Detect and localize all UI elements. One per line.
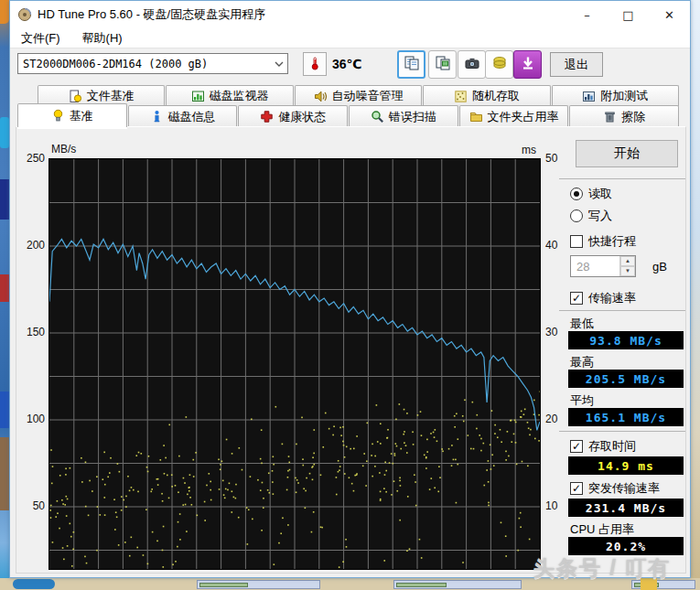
write-radio[interactable]: 写入: [570, 208, 612, 224]
benchmark-icon: [51, 109, 65, 123]
checkbox-icon: [570, 235, 583, 248]
axis-tick-label: 40: [545, 239, 557, 252]
temperature-value: 36℃: [332, 57, 362, 71]
cpu-usage-label: CPU 占用率: [570, 521, 634, 538]
desktop-icon-fragment: [0, 274, 9, 302]
thermometer-icon: [308, 56, 321, 73]
max-value: 205.5 MB/s: [568, 370, 684, 388]
cpu-usage-value: 20.2%: [568, 537, 684, 555]
checkbox-icon: ✓: [570, 292, 583, 305]
benchmark-chart: [48, 158, 541, 570]
tab-aam[interactable]: 自动噪音管理: [295, 85, 422, 106]
desktop-icon-fragment: [0, 392, 9, 428]
toolbar: ST2000DM006-2DM164 (2000 gB) 36℃ 退出: [10, 48, 690, 83]
copy-text-icon: [404, 55, 420, 74]
axis-tick-label: 200: [17, 239, 45, 252]
axis-tick-label: 250: [17, 152, 45, 165]
burst-rate-checkbox[interactable]: ✓ 突发传输速率: [570, 480, 660, 497]
tab-label: 附加测试: [600, 88, 648, 104]
tab-erase[interactable]: 擦除: [569, 105, 679, 127]
desktop-icon-fragment: [0, 0, 9, 24]
health-icon: [260, 110, 274, 123]
title-bar: HD Tune Pro 5.60 - 硬盘/固态硬盘实用程序 – □ ✕: [10, 1, 690, 28]
tab-label: 自动噪音管理: [332, 88, 404, 104]
tab-random-access[interactable]: 随机存取: [423, 85, 550, 106]
tab-label: 基准: [70, 108, 93, 124]
minimize-button[interactable]: –: [566, 1, 608, 28]
disk-stack-icon-button[interactable]: [485, 50, 513, 79]
access-time-checkbox[interactable]: ✓ 存取时间: [570, 438, 636, 455]
file-benchmark-icon: [69, 90, 82, 103]
short-stroke-spinner[interactable]: 28 ▲ ▼: [570, 255, 636, 277]
extra-tests-icon: [582, 90, 596, 103]
tab-label: 文件基准: [87, 88, 135, 104]
avg-value: 165.1 MB/s: [568, 408, 684, 426]
chart-canvas: [49, 159, 540, 569]
axis-tick-label: 10: [545, 499, 557, 512]
short-stroke-checkbox[interactable]: 快捷行程: [570, 233, 636, 250]
desktop-icon-fragment: [0, 437, 9, 510]
tab-benchmark[interactable]: 基准: [17, 103, 127, 127]
axis-tick-label: 100: [17, 413, 45, 425]
burst-rate-value: 231.4 MB/s: [568, 499, 684, 517]
disk-info-icon: [150, 110, 164, 123]
screenshot-icon-button[interactable]: [458, 50, 486, 79]
erase-icon: [603, 110, 617, 123]
copy-text-icon-button[interactable]: [397, 50, 425, 79]
start-button[interactable]: 开始: [576, 140, 678, 167]
tab-label: 擦除: [621, 109, 645, 125]
folder-usage-icon: [469, 110, 483, 123]
close-button[interactable]: ✕: [649, 1, 690, 28]
axis-tick-label: 150: [17, 326, 45, 338]
copy-image-icon-button[interactable]: [428, 50, 457, 79]
menu-file[interactable]: 文件(F): [10, 30, 71, 47]
tab-error-scan[interactable]: 错误扫描: [349, 105, 458, 127]
axis-tick-label: 50: [545, 152, 557, 165]
axis-tick-label: 20: [545, 413, 557, 425]
tab-label: 磁盘监视器: [210, 88, 269, 104]
separator: [559, 431, 685, 432]
tab-folder-usage[interactable]: 文件夹占用率: [459, 105, 569, 127]
tab-extra-tests[interactable]: 附加测试: [552, 85, 679, 106]
maximize-button[interactable]: □: [608, 1, 649, 28]
avg-label: 平均: [570, 392, 594, 409]
exit-button[interactable]: 退出: [550, 52, 603, 77]
short-stroke-label: 快捷行程: [588, 233, 636, 250]
max-label: 最高: [570, 354, 594, 370]
tab-row-secondary: 文件基准磁盘监视器自动噪音管理随机存取附加测试: [38, 85, 680, 106]
tab-disk-monitor[interactable]: 磁盘监视器: [166, 85, 293, 106]
read-radio-label: 读取: [588, 186, 612, 202]
desktop-icon-fragment: [0, 179, 9, 220]
read-radio[interactable]: 读取: [570, 186, 612, 202]
access-time-label: 存取时间: [588, 438, 636, 455]
tab-row-primary: 基准磁盘信息健康状态错误扫描文件夹占用率擦除: [17, 105, 680, 127]
error-scan-icon: [371, 110, 384, 123]
access-time-value: 14.9 ms: [568, 456, 684, 475]
save-download-icon-button[interactable]: [513, 50, 542, 79]
desktop-left-strip: [0, 0, 9, 590]
random-access-icon: [454, 90, 468, 103]
menu-help[interactable]: 帮助(H): [71, 30, 134, 47]
save-download-icon: [520, 55, 536, 74]
temperature-button[interactable]: [303, 52, 327, 76]
tab-disk-info[interactable]: 磁盘信息: [128, 105, 238, 127]
spinner-up-icon[interactable]: ▲: [620, 256, 635, 266]
tab-label: 文件夹占用率: [488, 109, 559, 125]
screenshot-icon: [464, 55, 480, 74]
tab-health[interactable]: 健康状态: [238, 105, 348, 127]
drive-select-value: ST2000DM006-2DM164 (2000 gB): [18, 58, 271, 70]
desktop-icon-fragment: [0, 117, 9, 148]
separator: [559, 310, 685, 311]
copy-image-icon: [435, 55, 451, 74]
transfer-rate-checkbox[interactable]: ✓ 传输速率: [570, 290, 636, 306]
checkbox-icon: ✓: [570, 482, 583, 495]
desktop-right-strip: [691, 0, 700, 578]
separator: [559, 178, 685, 179]
background-window-thumb: [197, 580, 320, 589]
tab-label: 错误扫描: [389, 109, 436, 125]
spinner-down-icon[interactable]: ▼: [620, 266, 635, 276]
taskbar-fragment: [13, 579, 55, 589]
tab-label: 健康状态: [278, 109, 326, 125]
app-window: HD Tune Pro 5.60 - 硬盘/固态硬盘实用程序 – □ ✕ 文件(…: [9, 0, 691, 578]
drive-select[interactable]: ST2000DM006-2DM164 (2000 gB): [17, 53, 288, 74]
